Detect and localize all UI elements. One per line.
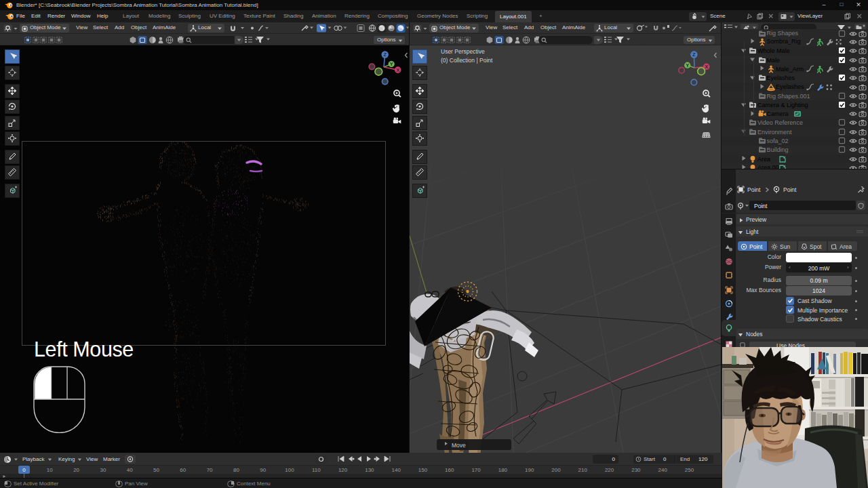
svg-text:Y: Y: [390, 61, 393, 67]
svg-text:Z: Z: [383, 52, 387, 58]
svg-text:X: X: [705, 64, 708, 70]
svg-text:Y: Y: [686, 62, 689, 68]
svg-text:Move: Move: [452, 442, 466, 449]
svg-text:X: X: [396, 67, 399, 73]
svg-text:Z: Z: [692, 52, 696, 58]
